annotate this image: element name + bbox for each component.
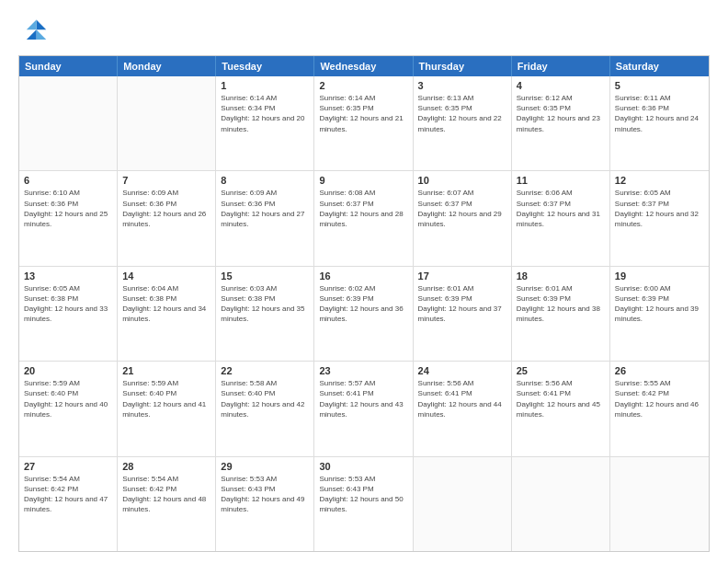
calendar-cell: 5 Sunrise: 6:11 AMSunset: 6:36 PMDayligh… (610, 76, 709, 170)
calendar-week: 27 Sunrise: 5:54 AMSunset: 6:42 PMDaylig… (19, 457, 709, 551)
cell-info: Sunrise: 5:56 AMSunset: 6:41 PMDaylight:… (418, 378, 506, 419)
logo (18, 17, 51, 46)
cell-info: Sunrise: 6:11 AMSunset: 6:36 PMDaylight:… (615, 93, 704, 134)
calendar-cell: 29 Sunrise: 5:53 AMSunset: 6:43 PMDaylig… (216, 457, 314, 551)
cell-info: Sunrise: 6:01 AMSunset: 6:39 PMDaylight:… (418, 283, 506, 325)
day-number: 12 (615, 175, 704, 186)
page: SundayMondayTuesdayWednesdayThursdayFrid… (0, 0, 728, 563)
header (18, 17, 710, 46)
cell-info: Sunrise: 6:07 AMSunset: 6:37 PMDaylight:… (418, 188, 506, 229)
cell-info: Sunrise: 6:00 AMSunset: 6:39 PMDaylight:… (615, 283, 704, 325)
calendar-week: 1 Sunrise: 6:14 AMSunset: 6:34 PMDayligh… (19, 76, 709, 171)
cell-info: Sunrise: 5:57 AMSunset: 6:41 PMDaylight:… (319, 378, 407, 419)
day-number: 2 (319, 80, 407, 91)
calendar-week: 20 Sunrise: 5:59 AMSunset: 6:40 PMDaylig… (19, 362, 709, 456)
day-number: 6 (24, 175, 112, 186)
calendar-cell: 1 Sunrise: 6:14 AMSunset: 6:34 PMDayligh… (216, 76, 314, 170)
calendar-cell: 25 Sunrise: 5:56 AMSunset: 6:41 PMDaylig… (512, 362, 610, 455)
weekday-header: Friday (512, 56, 610, 76)
calendar-cell: 13 Sunrise: 6:05 AMSunset: 6:38 PMDaylig… (19, 267, 118, 361)
day-number: 29 (221, 461, 309, 472)
calendar-cell: 20 Sunrise: 5:59 AMSunset: 6:40 PMDaylig… (19, 362, 118, 455)
calendar-cell: 24 Sunrise: 5:56 AMSunset: 6:41 PMDaylig… (414, 362, 512, 455)
cell-info: Sunrise: 6:10 AMSunset: 6:36 PMDaylight:… (24, 188, 112, 229)
svg-marker-0 (37, 20, 47, 30)
calendar-header-row: SundayMondayTuesdayWednesdayThursdayFrid… (19, 56, 709, 76)
day-number: 18 (517, 270, 605, 282)
calendar-cell: 6 Sunrise: 6:10 AMSunset: 6:36 PMDayligh… (19, 171, 118, 265)
day-number: 13 (24, 270, 112, 282)
svg-marker-2 (37, 29, 47, 40)
calendar-cell: 10 Sunrise: 6:07 AMSunset: 6:37 PMDaylig… (414, 171, 512, 265)
weekday-header: Sunday (19, 56, 118, 76)
cell-info: Sunrise: 5:53 AMSunset: 6:43 PMDaylight:… (221, 474, 309, 515)
calendar: SundayMondayTuesdayWednesdayThursdayFrid… (18, 55, 710, 552)
cell-info: Sunrise: 6:13 AMSunset: 6:35 PMDaylight:… (418, 93, 506, 134)
cell-info: Sunrise: 5:58 AMSunset: 6:40 PMDaylight:… (221, 378, 309, 419)
cell-info: Sunrise: 5:54 AMSunset: 6:42 PMDaylight:… (122, 474, 210, 515)
cell-info: Sunrise: 6:14 AMSunset: 6:35 PMDaylight:… (319, 93, 407, 134)
day-number: 14 (122, 270, 210, 282)
cell-info: Sunrise: 6:02 AMSunset: 6:39 PMDaylight:… (319, 283, 407, 325)
cell-info: Sunrise: 5:53 AMSunset: 6:43 PMDaylight:… (319, 474, 407, 515)
day-number: 9 (319, 175, 407, 186)
day-number: 21 (122, 365, 210, 376)
day-number: 1 (221, 80, 309, 91)
calendar-cell: 11 Sunrise: 6:06 AMSunset: 6:37 PMDaylig… (512, 171, 610, 265)
cell-info: Sunrise: 6:05 AMSunset: 6:37 PMDaylight:… (615, 188, 704, 229)
cell-info: Sunrise: 6:08 AMSunset: 6:37 PMDaylight:… (319, 188, 407, 229)
cell-info: Sunrise: 5:59 AMSunset: 6:40 PMDaylight:… (122, 378, 210, 419)
calendar-cell: 27 Sunrise: 5:54 AMSunset: 6:42 PMDaylig… (19, 457, 118, 551)
calendar-cell: 9 Sunrise: 6:08 AMSunset: 6:37 PMDayligh… (314, 171, 413, 265)
calendar-cell: 17 Sunrise: 6:01 AMSunset: 6:39 PMDaylig… (414, 267, 512, 361)
calendar-body: 1 Sunrise: 6:14 AMSunset: 6:34 PMDayligh… (19, 76, 709, 551)
cell-info: Sunrise: 5:59 AMSunset: 6:40 PMDaylight:… (24, 378, 112, 419)
calendar-cell: 16 Sunrise: 6:02 AMSunset: 6:39 PMDaylig… (314, 267, 413, 361)
calendar-cell (414, 457, 512, 551)
calendar-cell: 2 Sunrise: 6:14 AMSunset: 6:35 PMDayligh… (314, 76, 413, 170)
calendar-cell (512, 457, 610, 551)
calendar-cell: 30 Sunrise: 5:53 AMSunset: 6:43 PMDaylig… (314, 457, 413, 551)
weekday-header: Thursday (414, 56, 512, 76)
calendar-week: 13 Sunrise: 6:05 AMSunset: 6:38 PMDaylig… (19, 267, 709, 362)
calendar-cell: 28 Sunrise: 5:54 AMSunset: 6:42 PMDaylig… (118, 457, 216, 551)
cell-info: Sunrise: 6:04 AMSunset: 6:38 PMDaylight:… (122, 283, 210, 325)
day-number: 16 (319, 270, 407, 282)
cell-info: Sunrise: 6:14 AMSunset: 6:34 PMDaylight:… (221, 93, 309, 134)
day-number: 5 (615, 80, 704, 91)
day-number: 3 (418, 80, 506, 91)
day-number: 11 (517, 175, 605, 186)
calendar-cell: 22 Sunrise: 5:58 AMSunset: 6:40 PMDaylig… (216, 362, 314, 455)
day-number: 23 (319, 365, 407, 376)
weekday-header: Wednesday (314, 56, 413, 76)
weekday-header: Monday (118, 56, 216, 76)
day-number: 15 (221, 270, 309, 282)
day-number: 27 (24, 461, 112, 472)
calendar-cell (19, 76, 118, 170)
day-number: 8 (221, 175, 309, 186)
calendar-week: 6 Sunrise: 6:10 AMSunset: 6:36 PMDayligh… (19, 171, 709, 266)
cell-info: Sunrise: 5:54 AMSunset: 6:42 PMDaylight:… (24, 474, 112, 515)
calendar-cell: 26 Sunrise: 5:55 AMSunset: 6:42 PMDaylig… (610, 362, 709, 455)
cell-info: Sunrise: 6:06 AMSunset: 6:37 PMDaylight:… (517, 188, 605, 229)
calendar-cell (118, 76, 216, 170)
calendar-cell: 19 Sunrise: 6:00 AMSunset: 6:39 PMDaylig… (610, 267, 709, 361)
cell-info: Sunrise: 6:01 AMSunset: 6:39 PMDaylight:… (517, 283, 605, 325)
cell-info: Sunrise: 6:03 AMSunset: 6:38 PMDaylight:… (221, 283, 309, 325)
calendar-cell: 15 Sunrise: 6:03 AMSunset: 6:38 PMDaylig… (216, 267, 314, 361)
logo-icon (18, 17, 48, 46)
day-number: 10 (418, 175, 506, 186)
calendar-cell (610, 457, 709, 551)
cell-info: Sunrise: 5:55 AMSunset: 6:42 PMDaylight:… (615, 378, 704, 419)
calendar-cell: 12 Sunrise: 6:05 AMSunset: 6:37 PMDaylig… (610, 171, 709, 265)
day-number: 26 (615, 365, 704, 376)
day-number: 24 (418, 365, 506, 376)
cell-info: Sunrise: 6:05 AMSunset: 6:38 PMDaylight:… (24, 283, 112, 325)
day-number: 22 (221, 365, 309, 376)
day-number: 20 (24, 365, 112, 376)
calendar-cell: 3 Sunrise: 6:13 AMSunset: 6:35 PMDayligh… (414, 76, 512, 170)
calendar-cell: 4 Sunrise: 6:12 AMSunset: 6:35 PMDayligh… (512, 76, 610, 170)
day-number: 19 (615, 270, 704, 282)
calendar-cell: 23 Sunrise: 5:57 AMSunset: 6:41 PMDaylig… (314, 362, 413, 455)
weekday-header: Saturday (610, 56, 709, 76)
